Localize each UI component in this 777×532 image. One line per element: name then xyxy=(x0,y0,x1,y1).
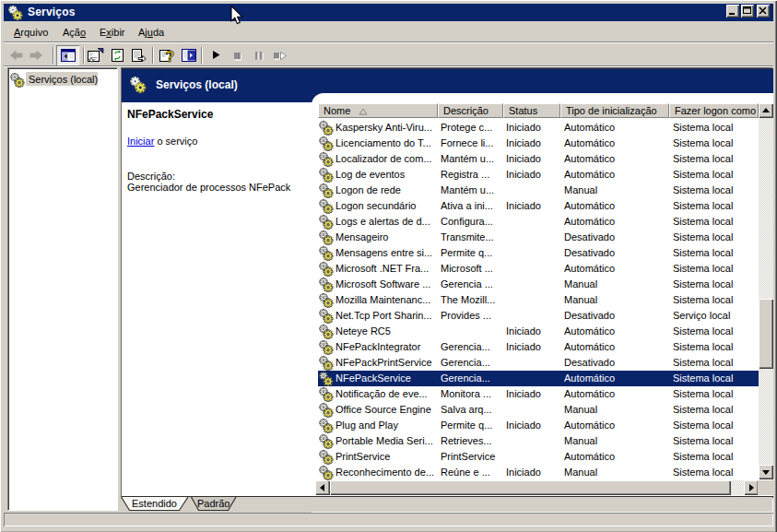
svg-text:?: ? xyxy=(166,49,175,64)
